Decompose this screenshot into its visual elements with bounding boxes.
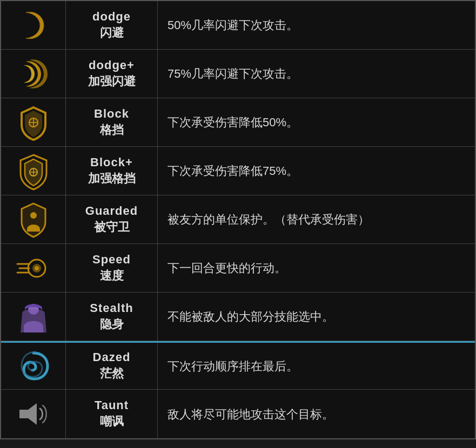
name-zh-dazed: 茫然 — [100, 365, 124, 382]
blockplus-icon — [14, 152, 53, 191]
desc-cell-block: 下次承受伤害降低50%。 — [158, 98, 475, 146]
desc-cell-dodgeplus: 75%几率闪避下次攻击。 — [158, 50, 475, 98]
block-icon — [14, 103, 53, 142]
desc-cell-guarded: 被友方的单位保护。（替代承受伤害） — [158, 195, 475, 243]
dazed-icon — [14, 347, 53, 385]
name-zh-block: 格挡 — [100, 122, 124, 138]
name-zh-taunt: 嘲讽 — [100, 413, 124, 430]
table-row: Stealth 隐身 不能被敌人的大部分技能选中。 — [1, 293, 475, 341]
icon-cell-stealth — [1, 293, 66, 341]
name-cell-taunt: Taunt 嘲讽 — [66, 390, 158, 438]
speed-icon — [14, 249, 53, 288]
guarded-icon — [14, 200, 53, 239]
desc-cell-taunt: 敌人将尽可能地攻击这个目标。 — [158, 390, 475, 438]
table-row: dodge 闪避 50%几率闪避下次攻击。 — [1, 1, 475, 50]
name-cell-dazed: Dazed 茫然 — [66, 343, 158, 389]
name-en-block: Block — [94, 107, 129, 121]
table-row: Speed 速度 下一回合更快的行动。 — [1, 244, 475, 293]
desc-cell-blockplus: 下次承受伤害降低75%。 — [158, 147, 475, 195]
dodge-icon — [14, 6, 53, 45]
icon-cell-guarded — [1, 195, 66, 243]
desc-cell-dodge: 50%几率闪避下次攻击。 — [158, 1, 475, 49]
icon-cell-dazed — [1, 343, 66, 389]
name-en-speed: Speed — [92, 253, 131, 267]
name-en-dodge: dodge — [92, 10, 131, 24]
icon-cell-blockplus — [1, 147, 66, 195]
icon-cell-block — [1, 98, 66, 146]
name-en-guarded: Guarded — [85, 204, 138, 218]
name-en-stealth: Stealth — [90, 301, 133, 315]
name-en-dazed: Dazed — [93, 350, 131, 364]
table-row: Taunt 嘲讽 敌人将尽可能地攻击这个目标。 — [1, 390, 475, 438]
svg-point-6 — [30, 212, 37, 219]
icon-cell-taunt — [1, 390, 66, 438]
name-cell-speed: Speed 速度 — [66, 244, 158, 292]
name-cell-stealth: Stealth 隐身 — [66, 293, 158, 341]
stealth-icon — [14, 297, 53, 336]
desc-cell-dazed: 下次行动顺序排在最后。 — [158, 343, 475, 389]
name-zh-guarded: 被守卫 — [94, 219, 130, 235]
table-row: Dazed 茫然 下次行动顺序排在最后。 — [1, 341, 475, 390]
name-cell-dodge: dodge 闪避 — [66, 1, 158, 49]
svg-rect-14 — [19, 410, 28, 418]
desc-cell-stealth: 不能被敌人的大部分技能选中。 — [158, 293, 475, 341]
name-en-taunt: Taunt — [95, 398, 129, 412]
icon-cell-dodgeplus — [1, 50, 66, 98]
name-zh-stealth: 隐身 — [100, 316, 124, 332]
name-zh-blockplus: 加强格挡 — [88, 171, 136, 187]
name-en-dodgeplus: dodge+ — [89, 58, 135, 72]
table-row: dodge+ 加强闪避 75%几率闪避下次攻击。 — [1, 50, 475, 98]
name-en-blockplus: Block+ — [90, 155, 133, 169]
table-row: Block 格挡 下次承受伤害降低50%。 — [1, 98, 475, 147]
svg-point-9 — [35, 266, 39, 270]
name-cell-guarded: Guarded 被守卫 — [66, 195, 158, 243]
icon-cell-speed — [1, 244, 66, 292]
name-cell-blockplus: Block+ 加强格挡 — [66, 147, 158, 195]
table-row: Block+ 加强格挡 下次承受伤害降低75%。 — [1, 147, 475, 195]
desc-cell-speed: 下一回合更快的行动。 — [158, 244, 475, 292]
icon-cell-dodge — [1, 1, 66, 49]
status-effects-table: dodge 闪避 50%几率闪避下次攻击。 dodge+ 加强闪避 75%几率闪… — [0, 0, 476, 439]
table-row: Guarded 被守卫 被友方的单位保护。（替代承受伤害） — [1, 195, 475, 244]
name-zh-dodge: 闪避 — [100, 25, 124, 41]
name-zh-speed: 速度 — [100, 268, 124, 284]
name-zh-dodgeplus: 加强闪避 — [88, 73, 136, 90]
name-cell-dodgeplus: dodge+ 加强闪避 — [66, 50, 158, 98]
taunt-icon — [14, 395, 53, 433]
dodgeplus-icon — [14, 55, 53, 93]
name-cell-block: Block 格挡 — [66, 98, 158, 146]
